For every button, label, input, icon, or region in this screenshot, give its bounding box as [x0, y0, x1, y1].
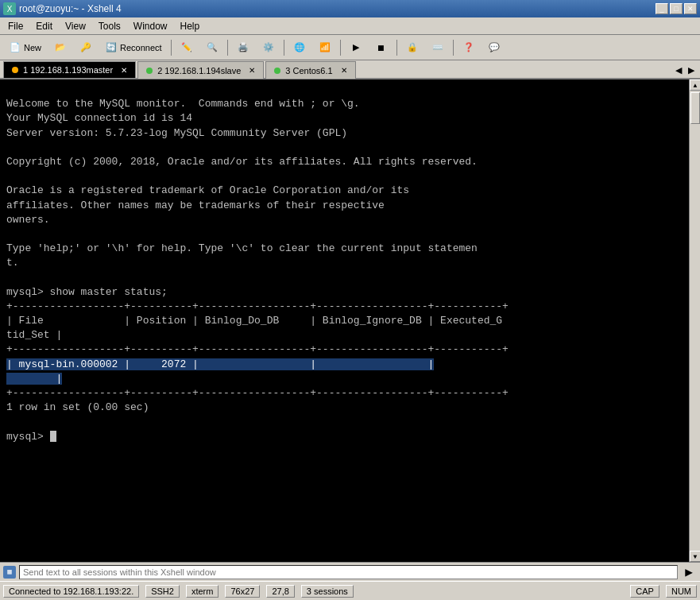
globe-button[interactable]: 🌐: [288, 38, 311, 57]
stop-icon: ⏹: [375, 41, 388, 54]
session-icon: ▦: [3, 566, 16, 579]
reconnect-button[interactable]: 🔄 Reconnect: [99, 38, 168, 57]
tab-dot-1: [12, 67, 18, 73]
transfer-button[interactable]: 📶: [313, 38, 337, 57]
toolbar: 📄 New 📂 🔑 🔄 Reconnect ✏️ 🔍 🖨️ ⚙️ 🌐 📶 ▶ ⏹…: [0, 35, 700, 60]
tabs-bar: 1 192.168.1.193master ✕ 2 192.168.1.194s…: [0, 60, 700, 79]
app-icon: X: [3, 2, 16, 15]
terminal-content-2: +------------------+----------+---------…: [6, 387, 509, 443]
new-icon: 📄: [9, 41, 21, 54]
toolbar-separator-3: [284, 40, 284, 56]
menu-bar: File Edit View Tools Window Help: [0, 17, 700, 35]
chat-icon: 💬: [488, 41, 501, 54]
key-icon: 🔑: [79, 41, 92, 54]
maximize-button[interactable]: □: [670, 3, 683, 14]
tab-close-3[interactable]: ✕: [341, 66, 347, 75]
minimize-button[interactable]: _: [656, 3, 668, 14]
close-button[interactable]: ✕: [684, 3, 697, 14]
open-button[interactable]: 📂: [48, 38, 72, 57]
settings-button[interactable]: ⚙️: [257, 38, 280, 57]
vertical-scrollbar[interactable]: ▲ ▼: [689, 79, 700, 562]
reconnect-icon: 🔄: [105, 41, 118, 54]
status-connection: Connected to 192.168.1.193:22.: [3, 585, 139, 598]
tab-close-2[interactable]: ✕: [249, 66, 255, 75]
menu-tools[interactable]: Tools: [92, 19, 127, 33]
window-title: root@zuoyu:~ - Xshell 4: [19, 3, 122, 14]
tab-label-1: 1 192.168.1.193master: [23, 65, 113, 75]
key-button[interactable]: 🔑: [74, 38, 98, 57]
session-send-button[interactable]: ▶: [681, 565, 697, 579]
chat-button[interactable]: 💬: [482, 38, 506, 57]
tab-label-3: 3 Centos6.1: [285, 66, 332, 75]
tab-scroll-left[interactable]: ◀: [673, 62, 684, 78]
menu-view[interactable]: View: [59, 19, 92, 33]
keyboard-icon: ⌨️: [431, 41, 444, 54]
compose-button[interactable]: ✏️: [175, 38, 199, 57]
status-num: NUM: [666, 585, 697, 598]
scrollbar-thumb[interactable]: [690, 92, 700, 124]
session-input[interactable]: [19, 565, 678, 579]
tab-label-2: 2 192.168.1.194slave: [157, 66, 241, 75]
print-icon: 🖨️: [237, 41, 249, 54]
toolbar-separator-5: [396, 40, 397, 56]
transfer-icon: 📶: [319, 41, 331, 54]
lock-icon: 🔒: [406, 41, 419, 54]
tab-centos[interactable]: 3 Centos6.1 ✕: [265, 61, 355, 79]
new-button[interactable]: 📄 New: [3, 38, 47, 57]
help-button[interactable]: ❓: [457, 38, 481, 57]
session-bar: ▦ ▶: [0, 562, 700, 581]
terminal[interactable]: Welcome to the MySQL monitor. Commands e…: [0, 79, 689, 562]
tab-dot-3: [274, 68, 280, 74]
lock-button[interactable]: 🔒: [400, 38, 424, 57]
globe-icon: 🌐: [293, 41, 306, 54]
terminal-content: Welcome to the MySQL monitor. Commands e…: [6, 98, 509, 355]
status-terminal: xterm: [186, 585, 219, 598]
menu-help[interactable]: Help: [174, 19, 207, 33]
find-icon: 🔍: [206, 41, 219, 54]
status-protocol: SSH2: [145, 585, 180, 598]
menu-file[interactable]: File: [2, 19, 29, 33]
tab-scroll-right[interactable]: ▶: [686, 62, 697, 78]
tab-close-1[interactable]: ✕: [121, 66, 127, 75]
title-bar: X root@zuoyu:~ - Xshell 4 _ □ ✕: [0, 0, 700, 17]
run-icon: ▶: [350, 41, 362, 54]
menu-window[interactable]: Window: [127, 19, 174, 33]
status-caps: CAP: [630, 585, 659, 598]
settings-icon: ⚙️: [262, 41, 275, 54]
stop-button[interactable]: ⏹: [369, 38, 393, 57]
toolbar-separator-2: [227, 40, 228, 56]
compose-icon: ✏️: [180, 41, 193, 54]
status-cursor: 27,8: [266, 585, 294, 598]
tab-dot-2: [146, 68, 153, 74]
scroll-up-button[interactable]: ▲: [690, 79, 700, 91]
terminal-highlight: | mysql-bin.000002 | 2072 | | | |: [6, 358, 434, 385]
toolbar-separator-1: [171, 40, 172, 56]
open-icon: 📂: [54, 41, 67, 54]
tab-master[interactable]: 1 192.168.1.193master ✕: [3, 61, 136, 79]
help-icon: ❓: [462, 41, 475, 54]
menu-edit[interactable]: Edit: [29, 19, 59, 33]
toolbar-separator-4: [340, 40, 341, 56]
print-button[interactable]: 🖨️: [231, 38, 255, 57]
status-dimensions: 76x27: [225, 585, 260, 598]
scrollbar-track[interactable]: [690, 91, 700, 551]
run-button[interactable]: ▶: [344, 38, 368, 57]
find-button[interactable]: 🔍: [200, 38, 224, 57]
keyboard-button[interactable]: ⌨️: [426, 38, 450, 57]
status-bar: Connected to 192.168.1.193:22. SSH2 xter…: [0, 581, 700, 600]
scroll-down-button[interactable]: ▼: [690, 551, 700, 562]
terminal-container: Welcome to the MySQL monitor. Commands e…: [0, 79, 700, 562]
tab-slave[interactable]: 2 192.168.1.194slave ✕: [137, 61, 264, 79]
status-sessions: 3 sessions: [301, 585, 354, 598]
toolbar-separator-6: [453, 40, 454, 56]
